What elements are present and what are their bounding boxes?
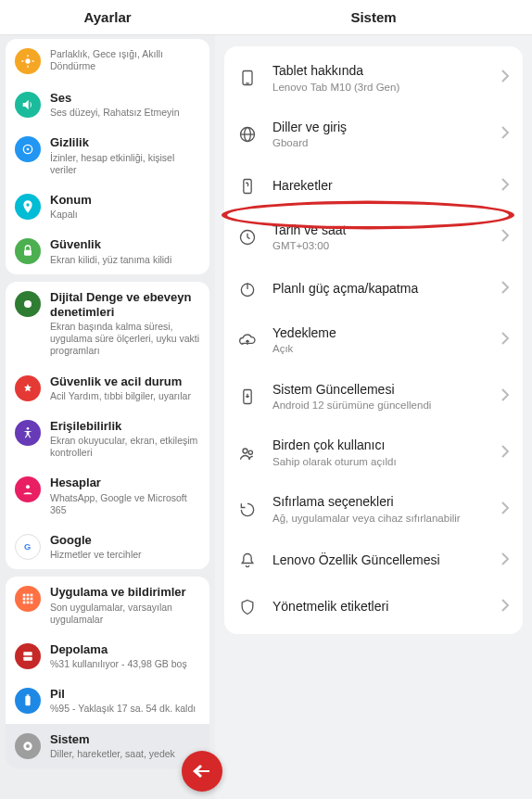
sound-icon (15, 92, 41, 118)
chevron-right-icon (500, 281, 510, 298)
sidebar-item-label: Sistem (50, 732, 200, 747)
sidebar-item-apps-notifications[interactable]: Uygulama ve bildirimler Son uygulamalar,… (6, 577, 209, 634)
header-bar: Ayarlar Sistem (0, 0, 532, 35)
svg-rect-22 (23, 652, 32, 655)
sidebar-item-label: Uygulama ve bildirimler (50, 585, 200, 600)
detail-card: Tablet hakkında Lenovo Tab M10 (3rd Gen)… (224, 46, 523, 634)
chevron-right-icon (500, 70, 510, 86)
google-icon: G (15, 534, 41, 560)
svg-point-0 (25, 58, 30, 63)
svg-point-11 (26, 486, 30, 489)
sidebar-item-accessibility[interactable]: Erişilebilirlik Ekran okuyucular, ekran,… (6, 411, 209, 468)
detail-item-sub: Lenovo Tab M10 (3rd Gen) (272, 81, 486, 94)
svg-point-39 (248, 450, 252, 454)
system-detail-panel[interactable]: Tablet hakkında Lenovo Tab M10 (3rd Gen)… (215, 35, 532, 799)
detail-item-label: Yedekleme (272, 325, 486, 342)
sidebar-item-label: Dijital Denge ve ebeveyn denetimleri (50, 290, 200, 321)
header-system-title: Sistem (215, 0, 532, 34)
detail-item-label: Hareketler (272, 178, 486, 195)
privacy-icon (15, 136, 41, 162)
sidebar-item-sound[interactable]: Ses Ses düzeyi, Rahatsız Etmeyin (6, 82, 209, 127)
detail-item-about-tablet[interactable]: Tablet hakkında Lenovo Tab M10 (3rd Gen) (224, 50, 523, 107)
sidebar-item-sub: İzinler, hesap etkinliği, kişisel verile… (50, 152, 200, 176)
battery-icon (15, 688, 41, 714)
sidebar-item-label: Ses (50, 91, 200, 106)
detail-item-label: Diller ve giriş (272, 120, 486, 136)
sidebar-item-accounts[interactable]: Hesaplar WhatsApp, Google ve Microsoft 3… (6, 467, 209, 525)
detail-item-reset-options[interactable]: Sıfırlama seçenekleri Ağ, uygulamalar ve… (224, 481, 523, 538)
svg-rect-18 (31, 598, 33, 601)
detail-item-label: Birden çok kullanıcı (272, 438, 486, 454)
sidebar-item-label: Pil (50, 687, 200, 702)
detail-item-label: Tarih ve saat (272, 222, 486, 239)
svg-point-9 (24, 300, 32, 308)
sidebar-item-sub: Diller, hareketler, saat, yedek (50, 748, 200, 760)
bell-icon (237, 551, 258, 571)
sidebar-item-sub: Ses düzeyi, Rahatsız Etmeyin (50, 107, 200, 119)
svg-rect-14 (27, 594, 30, 597)
users-icon (237, 443, 258, 463)
svg-point-7 (26, 203, 29, 206)
sidebar-item-battery[interactable]: Pil %95 - Yaklaşık 17 sa. 54 dk. kaldı (6, 679, 209, 723)
sidebar-item-storage[interactable]: Depolama %31 kullanılıyor - 43,98 GB boş (6, 634, 209, 679)
sidebar-item-sub: Kapalı (50, 209, 200, 221)
sidebar-item-sub: Ekran başında kalma süresi, uygulama sür… (50, 321, 200, 357)
sidebar-item-system[interactable]: Sistem Diller, hareketler, saat, yedek (6, 724, 209, 768)
detail-item-sub: Açık (272, 342, 486, 355)
sidebar-item-google[interactable]: G Google Hizmetler ve tercihler (6, 525, 209, 569)
detail-item-date-time[interactable]: Tarih ve saat GMT+03:00 (224, 209, 523, 266)
sidebar-item-sub: WhatsApp, Google ve Microsoft 365 (50, 492, 200, 516)
detail-item-backup[interactable]: Yedekleme Açık (224, 312, 523, 369)
settings-sidebar[interactable]: Parlaklık, Gece ışığı, Akıllı Döndürme S… (0, 35, 215, 799)
sidebar-group-2: Uygulama ve bildirimler Son uygulamalar,… (6, 577, 209, 768)
sidebar-item-security[interactable]: Güvenlik Ekran kilidi, yüz tanıma kilidi (6, 229, 209, 273)
sidebar-item-safety-emergency[interactable]: Güvenlik ve acil durum Acil Yardım, tıbb… (6, 366, 209, 411)
tablet-icon (237, 68, 258, 88)
svg-point-27 (26, 744, 30, 748)
sidebar-item-sub: Son uygulamalar, varsayılan uygulamalar (50, 602, 200, 626)
sidebar-item-label: Erişilebilirlik (50, 419, 200, 434)
system-icon (15, 733, 41, 759)
sidebar-item-label: Google (50, 533, 200, 548)
sidebar-item-label: Güvenlik ve acil durum (50, 374, 200, 389)
detail-item-regulatory-labels[interactable]: Yönetmelik etiketleri (224, 584, 523, 630)
detail-item-system-update[interactable]: Sistem Güncellemesi Android 12 sürümüne … (224, 369, 523, 425)
svg-rect-19 (23, 602, 26, 604)
apps-icon (15, 586, 41, 612)
detail-item-sub: Sahip olarak oturum açıldı (272, 455, 486, 468)
accessibility-icon (15, 420, 41, 446)
chevron-right-icon (500, 332, 510, 349)
detail-item-label: Planlı güç açma/kapatma (272, 281, 486, 298)
clock-icon (237, 227, 258, 247)
annotation-arrow-badge (182, 751, 222, 792)
svg-rect-13 (23, 594, 26, 597)
chevron-right-icon (500, 388, 510, 405)
detail-item-gestures[interactable]: Hareketler (224, 163, 523, 209)
sidebar-item-sub: %95 - Yaklaşık 17 sa. 54 dk. kaldı (50, 703, 200, 715)
svg-rect-21 (31, 602, 33, 604)
detail-item-sub: Gboard (272, 136, 486, 149)
gesture-icon (237, 176, 258, 197)
detail-item-languages-input[interactable]: Diller ve giriş Gboard (224, 107, 523, 163)
svg-rect-15 (31, 594, 33, 597)
detail-item-label: Sistem Güncellemesi (272, 382, 486, 399)
sidebar-item-digital-wellbeing[interactable]: Dijital Denge ve ebeveyn denetimleri Ekr… (6, 282, 209, 366)
svg-text:G: G (24, 542, 31, 552)
svg-rect-17 (27, 598, 30, 601)
location-icon (15, 194, 41, 220)
detail-item-multiple-users[interactable]: Birden çok kullanıcı Sahip olarak oturum… (224, 425, 523, 481)
detail-item-scheduled-power[interactable]: Planlı güç açma/kapatma (224, 266, 523, 312)
svg-rect-16 (23, 598, 26, 601)
svg-rect-20 (27, 602, 30, 604)
sidebar-item-label: Depolama (50, 642, 200, 657)
detail-item-lenovo-feature-update[interactable]: Lenovo Özellik Güncellemesi (224, 538, 523, 584)
accounts-icon (15, 476, 41, 502)
svg-point-6 (27, 148, 30, 151)
chevron-right-icon (500, 501, 510, 518)
chevron-right-icon (500, 178, 510, 195)
sidebar-item-privacy[interactable]: Gizlilik İzinler, hesap etkinliği, kişis… (6, 127, 209, 184)
chevron-right-icon (500, 445, 510, 462)
sidebar-item-display[interactable]: Parlaklık, Gece ışığı, Akıllı Döndürme (6, 39, 209, 82)
sidebar-item-location[interactable]: Konum Kapalı (6, 184, 209, 229)
svg-rect-25 (27, 694, 30, 695)
